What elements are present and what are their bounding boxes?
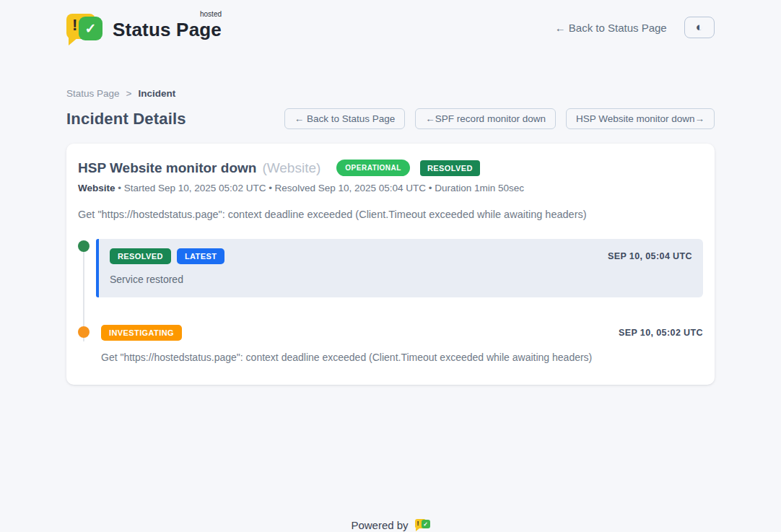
timeline-entry-header: INVESTIGATING SEP 10, 05:02 UTC (96, 325, 703, 341)
brand-hosted-label: hosted (200, 10, 222, 18)
theme-toggle-button[interactable]: ◐ (684, 17, 715, 38)
header-back-link[interactable]: ← Back to Status Page (555, 22, 667, 34)
incident-description: Get "https://hostedstatus.page": context… (78, 209, 703, 220)
entry-timestamp: SEP 10, 05:02 UTC (619, 328, 703, 338)
brand-name: Status Page (113, 19, 222, 40)
exclamation-icon: ! (72, 16, 77, 35)
main-content: Status Page > Incident Incident Details … (66, 88, 715, 385)
status-dot-orange (78, 326, 90, 338)
investigating-badge: INVESTIGATING (101, 325, 182, 341)
breadcrumb-separator: > (126, 88, 132, 99)
latest-badge: LATEST (177, 248, 224, 264)
exclamation-icon: ! (417, 520, 419, 527)
check-icon: ✓ (79, 17, 102, 40)
meta-component-name: Website (78, 183, 115, 193)
half-circle-icon: ◐ (696, 20, 703, 34)
entry-timestamp: SEP 10, 05:04 UTC (608, 251, 692, 261)
incident-component: (Website) (262, 160, 320, 176)
statuspage-mini-logo-icon: ! ✓ (415, 518, 430, 531)
timeline-entry-header: RESOLVED LATEST SEP 10, 05:04 UTC (110, 248, 692, 264)
header-actions: ← Back to Status Page ◐ (555, 17, 715, 38)
breadcrumb-incident: Incident (138, 88, 175, 99)
breadcrumb: Status Page > Incident (66, 88, 715, 99)
incident-timeline: RESOLVED LATEST SEP 10, 05:04 UTC Servic… (78, 239, 703, 363)
entry-message: Get "https://hostedstatus.page": context… (96, 352, 703, 363)
page-title: Incident Details (66, 110, 186, 128)
prev-incident-button[interactable]: ←SPF record monitor down (415, 108, 556, 129)
resolved-badge: RESOLVED (110, 248, 171, 264)
powered-by-label: Powered by (351, 519, 408, 531)
powered-by-link[interactable]: Powered by ! ✓ (351, 518, 429, 531)
back-to-status-page-button[interactable]: ← Back to Status Page (284, 108, 406, 129)
meta-details: • Started Sep 10, 2025 05:02 UTC • Resol… (118, 183, 524, 193)
resolved-badge: RESOLVED (420, 160, 480, 176)
entry-message: Service restored (110, 274, 692, 285)
incident-meta: Website • Started Sep 10, 2025 05:02 UTC… (78, 183, 703, 193)
incident-title: HSP Website monitor down (78, 160, 256, 176)
timeline-highlight-box: RESOLVED LATEST SEP 10, 05:04 UTC Servic… (96, 239, 703, 297)
operational-badge: OPERATIONAL (336, 160, 410, 176)
incident-card: HSP Website monitor down (Website) OPERA… (66, 144, 715, 385)
next-incident-button[interactable]: HSP Website monitor down→ (566, 108, 715, 129)
breadcrumb-status-page[interactable]: Status Page (66, 88, 120, 99)
footer: Powered by ! ✓ © 2025-10-08 14:10:34.772… (66, 518, 715, 532)
title-row: Incident Details ← Back to Status Page ←… (66, 108, 715, 129)
status-dot-green (78, 240, 90, 252)
incident-nav-buttons: ← Back to Status Page ←SPF record monito… (284, 108, 715, 129)
brand-logo[interactable]: ! ✓ Status Page hosted (66, 12, 222, 43)
check-icon: ✓ (422, 520, 430, 528)
timeline-entry-investigating: INVESTIGATING SEP 10, 05:02 UTC Get "htt… (78, 325, 703, 363)
timeline-entry-resolved: RESOLVED LATEST SEP 10, 05:04 UTC Servic… (78, 239, 703, 297)
header: ! ✓ Status Page hosted ← Back to Status … (66, 0, 715, 46)
incident-card-header: HSP Website monitor down (Website) OPERA… (78, 160, 703, 176)
statuspage-logo-icon: ! ✓ (66, 12, 104, 43)
brand-text: Status Page hosted (113, 12, 222, 41)
